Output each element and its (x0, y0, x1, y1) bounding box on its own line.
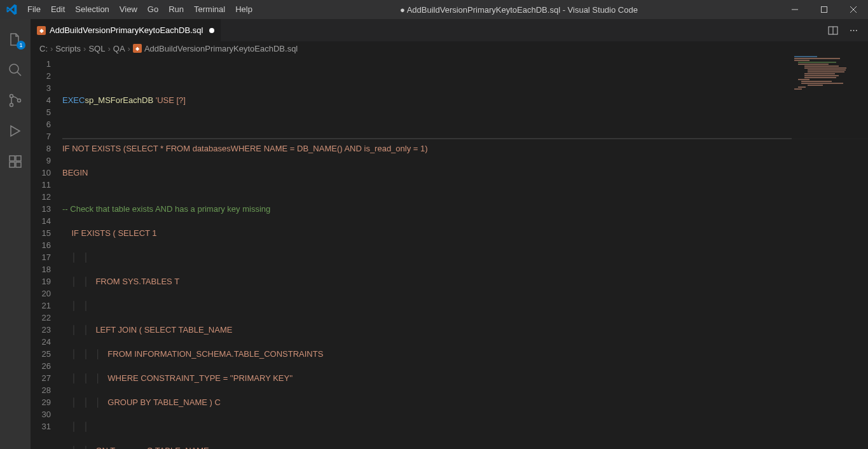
svg-rect-1 (822, 7, 827, 13)
code-line[interactable]: │ │ │ FROM INFORMATION_SCHEMA.TABLE_CONS… (62, 348, 868, 360)
svg-point-8 (18, 99, 21, 102)
code-line[interactable]: │ │ (62, 300, 868, 312)
code-lines[interactable]: EXECsp_MSForEachDB 'USE [?] IF NOT EXIST… (62, 55, 868, 449)
breadcrumb[interactable]: C:› Scripts› SQL› QA› ◆ AddBuildVersionP… (31, 41, 868, 55)
breadcrumb-part[interactable]: C: (39, 44, 48, 53)
explorer-badge: 1 (17, 41, 25, 50)
svg-point-6 (10, 95, 13, 98)
window-title: ● AddBuildVersionPrimaryKeytoEachDB.sql … (258, 5, 780, 15)
menu-file[interactable]: File (22, 0, 46, 19)
window-controls (780, 0, 868, 19)
explorer-icon[interactable]: 1 (0, 24, 31, 55)
sql-file-icon: ◆ (37, 26, 46, 35)
minimap[interactable] (792, 55, 868, 449)
dirty-indicator-icon (209, 28, 214, 33)
code-editor[interactable]: 1234567891011121314151617181920212223242… (31, 55, 868, 449)
minimize-button[interactable] (780, 0, 809, 19)
code-line[interactable]: -- Check that table exists AND has a pri… (62, 203, 868, 215)
code-line[interactable]: │ │ LEFT JOIN ( SELECT TABLE_NAME (62, 324, 868, 336)
menu-view[interactable]: View (114, 0, 142, 19)
more-actions-icon[interactable]: ⋯ (846, 23, 862, 38)
vscode-logo-icon (0, 4, 22, 15)
titlebar: File Edit Selection View Go Run Terminal… (0, 0, 868, 19)
svg-rect-9 (10, 156, 15, 161)
code-line[interactable]: BEGIN (62, 167, 868, 179)
code-line[interactable]: IF EXISTS ( SELECT 1 (62, 227, 868, 239)
code-line[interactable]: EXECsp_MSForEachDB 'USE [?] (62, 94, 868, 106)
tab-label: AddBuildVersionPrimaryKeytoEachDB.sql (50, 25, 203, 35)
source-control-icon[interactable] (0, 85, 31, 116)
svg-line-5 (17, 72, 21, 76)
menu-selection[interactable]: Selection (70, 0, 114, 19)
search-icon[interactable] (0, 55, 31, 85)
code-line[interactable]: │ │ │ GROUP BY TABLE_NAME ) C (62, 396, 868, 408)
menu-bar: File Edit Selection View Go Run Terminal… (22, 0, 258, 19)
maximize-button[interactable] (809, 0, 839, 19)
split-editor-icon[interactable] (824, 23, 842, 38)
menu-edit[interactable]: Edit (46, 0, 70, 19)
close-button[interactable] (839, 0, 868, 19)
menu-go[interactable]: Go (142, 0, 163, 19)
extensions-icon[interactable] (0, 146, 31, 177)
line-numbers: 1234567891011121314151617181920212223242… (31, 55, 62, 449)
code-line-current[interactable] (62, 138, 868, 139)
menu-run[interactable]: Run (163, 0, 189, 19)
svg-point-4 (10, 64, 18, 73)
breadcrumb-part[interactable]: SQL (88, 44, 105, 53)
code-line[interactable]: │ │ FROM SYS.TABLES T (62, 275, 868, 287)
tabs: ◆ AddBuildVersionPrimaryKeytoEachDB.sql … (31, 19, 868, 41)
code-line[interactable]: │ │ (62, 420, 868, 432)
code-line[interactable]: │ │ (62, 251, 868, 263)
svg-rect-11 (10, 162, 15, 167)
run-debug-icon[interactable] (0, 116, 31, 146)
code-line[interactable]: │ │ ON T.name = C.TABLE_NAME (62, 445, 868, 449)
breadcrumb-file[interactable]: AddBuildVersionPrimaryKeytoEachDB.sql (144, 44, 298, 53)
editor-group: ◆ AddBuildVersionPrimaryKeytoEachDB.sql … (31, 19, 868, 449)
menu-terminal[interactable]: Terminal (189, 0, 230, 19)
menu-help[interactable]: Help (230, 0, 258, 19)
svg-point-7 (10, 104, 13, 107)
code-line[interactable]: │ │ │ WHERE CONSTRAINT_TYPE = ''PRIMARY … (62, 372, 868, 384)
breadcrumb-part[interactable]: QA (113, 44, 125, 53)
tab-file[interactable]: ◆ AddBuildVersionPrimaryKeytoEachDB.sql (31, 19, 221, 41)
sql-file-icon: ◆ (133, 44, 142, 53)
main: 1 1 ◆ AddBuildVersionPrimaryKeytoEachDB.… (0, 19, 868, 449)
svg-rect-12 (16, 162, 21, 167)
code-line[interactable]: IF NOT EXISTS (SELECT * FROM databasesWH… (62, 142, 868, 155)
activity-bar: 1 1 (0, 19, 31, 449)
breadcrumb-part[interactable]: Scripts (55, 44, 81, 53)
svg-rect-10 (16, 156, 21, 161)
